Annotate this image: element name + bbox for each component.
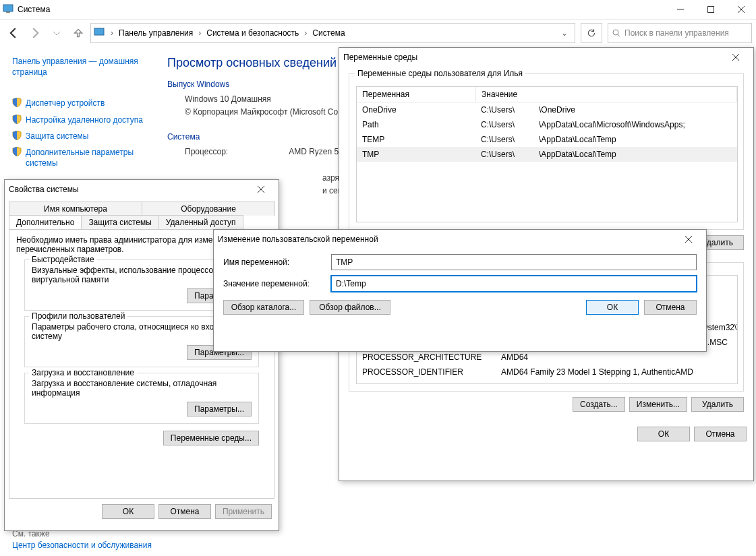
back-button[interactable] <box>4 24 23 42</box>
close-button[interactable] <box>675 230 702 249</box>
browse-dir-button[interactable]: Обзор каталога... <box>223 300 304 315</box>
forward-button[interactable] <box>26 24 45 42</box>
sys-new-button[interactable]: Создать... <box>573 397 625 412</box>
maximize-button[interactable] <box>695 0 726 19</box>
chevron-right-icon: › <box>196 28 203 38</box>
chevron-down-icon[interactable]: ⌄ <box>557 28 572 38</box>
svg-rect-1 <box>6 11 10 13</box>
var-name-input[interactable] <box>331 254 697 270</box>
shield-icon <box>12 115 22 127</box>
app-icon <box>3 3 13 16</box>
close-button[interactable] <box>726 0 756 19</box>
location-icon <box>94 27 105 40</box>
breadcrumb-bar[interactable]: › Панель управления › Система и безопасн… <box>90 23 575 43</box>
table-row[interactable]: PathC:\Users\\AppData\Local\Microsoft\Wi… <box>357 117 737 132</box>
var-value-label: Значение переменной: <box>223 279 331 288</box>
env-vars-button[interactable]: Переменные среды... <box>163 431 259 445</box>
sidebar-item-label: Диспетчер устройств <box>26 98 105 109</box>
search-icon <box>612 29 620 37</box>
svg-rect-6 <box>94 28 104 35</box>
sys-delete-button[interactable]: Удалить <box>691 397 744 412</box>
shield-icon <box>12 131 22 143</box>
svg-point-7 <box>613 30 618 35</box>
user-vars-table[interactable]: Переменная Значение OneDriveC:\Users\\On… <box>356 86 738 222</box>
cancel-button[interactable]: Отмена <box>694 427 747 441</box>
sidebar-item-label: Дополнительные параметры системы <box>26 147 147 168</box>
svg-line-8 <box>618 34 620 36</box>
startup-desc: Загрузка и восстановление системы, отлад… <box>32 379 252 398</box>
minimize-button[interactable] <box>665 0 695 19</box>
sidebar-item-remote[interactable]: Настройка удаленного доступа <box>12 115 147 127</box>
tab-computer-name[interactable]: Имя компьютера <box>9 202 142 216</box>
tab-hardware[interactable]: Оборудование <box>142 202 275 216</box>
cpu-label: Процессор: <box>185 147 228 156</box>
edit-var-dialog: Изменение пользовательской переменной Им… <box>213 229 707 352</box>
dialog-title: Переменные среды <box>343 53 417 62</box>
breadcrumb-item[interactable]: Система <box>310 27 347 39</box>
sidebar-item-device-manager[interactable]: Диспетчер устройств <box>12 98 147 110</box>
close-button[interactable] <box>248 180 274 199</box>
sidebar-item-protection[interactable]: Защита системы <box>12 131 147 143</box>
table-row[interactable]: PROCESSOR_ARCHITECTUREAMD64 <box>357 350 737 365</box>
user-vars-group-label: Переменные среды пользователя для Илья <box>355 69 525 78</box>
ok-button[interactable]: ОК <box>586 300 639 315</box>
performance-group-label: Быстродействие <box>29 255 97 264</box>
dialog-title: Свойства системы <box>9 185 79 194</box>
browse-file-button[interactable]: Обзор файлов... <box>310 300 390 315</box>
close-button[interactable] <box>722 48 749 67</box>
sys-edit-button[interactable]: Изменить... <box>629 397 687 412</box>
ok-button[interactable]: ОК <box>102 504 154 519</box>
search-input[interactable]: Поиск в панели управления <box>608 23 752 43</box>
recent-dropdown[interactable] <box>47 24 66 42</box>
refresh-button[interactable] <box>581 23 602 43</box>
up-button[interactable] <box>69 24 88 42</box>
shield-icon <box>12 98 22 110</box>
breadcrumb-item[interactable]: Система и безопасность <box>204 27 301 39</box>
tab-protection[interactable]: Защита системы <box>81 215 158 229</box>
search-placeholder: Поиск в панели управления <box>624 28 729 38</box>
breadcrumb-item[interactable]: Панель управления <box>117 27 195 39</box>
shield-icon <box>12 147 22 159</box>
cancel-button[interactable]: Отмена <box>644 300 697 315</box>
ok-button[interactable]: ОК <box>637 427 690 441</box>
table-row[interactable]: TMPC:\Users\\AppData\Local\Temp <box>357 147 737 162</box>
svg-rect-3 <box>707 7 714 13</box>
tab-advanced[interactable]: Дополнительно <box>9 215 82 229</box>
table-row[interactable]: OneDriveC:\Users\\OneDrive <box>357 102 737 117</box>
var-value-input[interactable] <box>331 276 697 292</box>
sidebar-item-label: Настройка удаленного доступа <box>26 115 143 125</box>
col-value[interactable]: Значение <box>476 87 737 102</box>
svg-rect-0 <box>3 5 13 11</box>
dialog-title: Изменение пользовательской переменной <box>218 235 378 244</box>
profiles-group-label: Профили пользователей <box>29 311 127 321</box>
startup-group-label: Загрузка и восстановление <box>29 368 137 377</box>
apply-button[interactable]: Применить <box>215 504 272 519</box>
table-row[interactable]: TEMPC:\Users\\AppData\Local\Temp <box>357 132 737 147</box>
window-title: Система <box>18 5 50 14</box>
sidebar-item-advanced[interactable]: Дополнительные параметры системы <box>12 147 147 168</box>
table-row[interactable]: PROCESSOR_IDENTIFIERAMD64 Family 23 Mode… <box>357 365 737 379</box>
col-variable[interactable]: Переменная <box>357 87 476 102</box>
control-panel-home-link[interactable]: Панель управления — домашняя страница <box>12 56 147 78</box>
chevron-right-icon: › <box>302 28 309 38</box>
sidebar-item-label: Защита системы <box>26 131 88 142</box>
startup-settings-button[interactable]: Параметры... <box>187 402 252 416</box>
chevron-right-icon: › <box>109 28 115 38</box>
tab-remote[interactable]: Удаленный доступ <box>158 215 243 229</box>
var-name-label: Имя переменной: <box>223 257 331 267</box>
cancel-button[interactable]: Отмена <box>158 504 211 519</box>
security-center-link[interactable]: Центр безопасности и обслуживания <box>12 540 152 551</box>
